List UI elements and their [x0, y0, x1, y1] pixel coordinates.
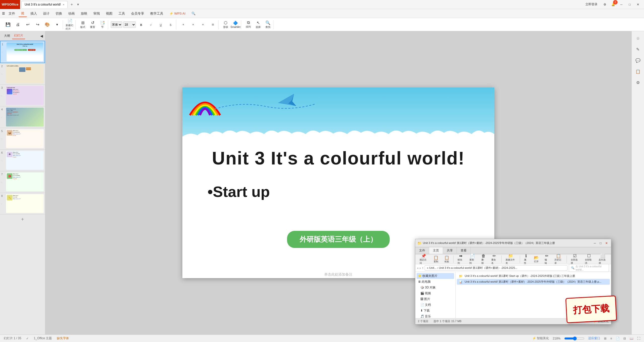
toolbar-arrange[interactable]: ⧉ 排列: [244, 20, 253, 29]
settings-btn[interactable]: ⚙: [601, 1, 608, 8]
menu-tools[interactable]: 工具: [116, 10, 128, 17]
status-fit-btn[interactable]: 适应窗口: [588, 336, 600, 340]
slide-badge-button[interactable]: 外研版英语三年级（上）: [287, 231, 390, 248]
menu-search[interactable]: 🔍: [189, 11, 198, 16]
add-slide-btn[interactable]: +: [0, 215, 45, 224]
toolbar-undo[interactable]: ↩: [23, 20, 32, 29]
menu-home[interactable]: 抢: [19, 10, 27, 17]
right-panel-settings[interactable]: ⚙: [633, 78, 642, 87]
toolbar-align-left[interactable]: ≡: [179, 20, 188, 29]
status-view-grid[interactable]: ⊟: [623, 337, 626, 340]
toolbar-find[interactable]: 🔍 查找: [263, 20, 272, 29]
status-ai[interactable]: ⚡ 智能美化: [532, 336, 549, 340]
status-view-outline[interactable]: ≡: [610, 337, 612, 340]
hamburger-menu[interactable]: ☰: [2, 12, 5, 15]
toolbar-redo[interactable]: ↪: [33, 20, 42, 29]
close-btn[interactable]: ✕: [634, 1, 641, 8]
maximize-btn[interactable]: □: [626, 1, 633, 8]
fe-tree-favorites[interactable]: ⭐ 收藏夹图片: [417, 273, 454, 279]
toolbar-reset[interactable]: ↺ 重置: [88, 20, 97, 29]
fe-tree-music[interactable]: 🎵 音乐: [417, 314, 454, 318]
slide-item-5[interactable]: 5 📦 What's this? It's a pencil box. What…: [0, 128, 45, 150]
fe-tree-pictures[interactable]: 🖼 图片: [417, 296, 454, 302]
fe-tree-video[interactable]: 🎬 视频: [417, 290, 454, 296]
fe-copy-btn[interactable]: 📋 复制: [431, 254, 441, 264]
fe-file-1[interactable]: 📁 Unit 3 It's a colourful world! 第1课时 St…: [457, 273, 610, 279]
zoom-slider[interactable]: [564, 336, 584, 340]
menu-switch[interactable]: 切换: [53, 10, 65, 17]
menu-slideshow[interactable]: 放映: [78, 10, 90, 17]
right-panel-edit[interactable]: ✎: [633, 45, 642, 54]
menu-review[interactable]: 审阅: [91, 10, 102, 17]
fe-search-box[interactable]: 🔍 在 Unit 3 It's a colourful world...: [569, 264, 609, 272]
slide-item-8[interactable]: 8 📏 What's this? It's a ruler. What colo…: [0, 193, 45, 215]
minimize-btn[interactable]: ─: [618, 1, 625, 8]
fe-copyto-btn[interactable]: 📄 复制到: [467, 252, 478, 266]
fe-history-btn[interactable]: 📋 历史记录: [552, 252, 565, 266]
toolbar-format[interactable]: 🎨: [43, 20, 52, 29]
fe-paste-btn[interactable]: 📋 粘贴: [442, 254, 452, 264]
menu-vip[interactable]: 会员专享: [129, 10, 147, 17]
tab-dropdown[interactable]: ▼: [76, 3, 79, 6]
toolbar-bold[interactable]: B: [137, 20, 146, 29]
status-view-normal[interactable]: ⊞: [604, 337, 607, 340]
slide-item-4[interactable]: 4 It's a colourful world colour n. 颜色 co…: [0, 106, 45, 128]
tab-close-btn[interactable]: ×: [63, 3, 64, 6]
sidebar-outline-btn[interactable]: 大纲: [2, 33, 12, 39]
slide-item-6[interactable]: 6 ☂ What's this? It's an umbrella. What …: [0, 150, 45, 171]
fe-delete-btn[interactable]: 🗑 删除: [479, 253, 488, 266]
toolbar-smartart[interactable]: 🔷 SmartArt: [231, 20, 240, 29]
notif-btn[interactable]: 🔔 2: [610, 1, 617, 8]
toolbar-shadow[interactable]: S: [166, 20, 175, 29]
fe-tree-3d[interactable]: 🎲 3D 对象: [417, 285, 454, 290]
font-size-select[interactable]: 18: [123, 21, 136, 28]
menu-teaching[interactable]: 教学工具: [148, 10, 166, 17]
sidebar-slides-btn[interactable]: 幻灯片: [12, 32, 25, 39]
fe-address-input[interactable]: « Unit... › Unit 3 It's a colourful worl…: [425, 265, 568, 271]
toolbar-shapes[interactable]: ⬡ 形状: [221, 20, 230, 29]
fe-up-btn[interactable]: ↑: [422, 266, 423, 270]
slide-item-3[interactable]: 3 Look and say. What's this? It's a Rain…: [0, 85, 45, 106]
fe-open-btn[interactable]: 📂 打开: [532, 254, 541, 264]
slide-main-title[interactable]: Unit 3 It's a colourful world!: [182, 148, 494, 168]
status-fullscreen[interactable]: ⛶: [637, 337, 640, 340]
fe-edit-btn[interactable]: ✏ 编辑: [542, 252, 551, 266]
fe-tab-share[interactable]: 共享: [443, 247, 457, 254]
new-tab-btn[interactable]: +: [68, 1, 75, 8]
status-view-reading[interactable]: 📖: [630, 337, 633, 340]
fe-maximize[interactable]: □: [598, 241, 603, 245]
fe-forward-btn[interactable]: ›: [420, 266, 421, 270]
fe-minimize[interactable]: ─: [592, 241, 597, 245]
slide-subtitle[interactable]: •Start up: [208, 183, 270, 200]
right-panel-star[interactable]: ☆: [633, 34, 642, 43]
fe-tree-downloads[interactable]: ⬇ 下载: [417, 308, 454, 314]
menu-animate[interactable]: 动画: [66, 10, 77, 17]
menu-insert[interactable]: 插入: [28, 10, 39, 17]
right-panel-copy[interactable]: 📋: [633, 67, 642, 76]
fe-tree-pc[interactable]: 🖥 此电脑: [417, 279, 454, 285]
toolbar-new-slide[interactable]: 📄 新建幻灯片: [65, 20, 74, 29]
status-theme-name[interactable]: 1_Office 主题: [34, 336, 52, 340]
menu-design[interactable]: 设计: [41, 10, 52, 17]
menu-view[interactable]: 视图: [103, 10, 115, 17]
toolbar-more[interactable]: ▼: [53, 20, 62, 29]
fe-move-btn[interactable]: ➡ 移动到: [455, 252, 466, 266]
status-font-warning[interactable]: 缺失字体: [57, 336, 69, 340]
fe-rename-btn[interactable]: ✏ 重命名: [489, 252, 500, 266]
fe-properties-btn[interactable]: ℹ 属性: [522, 252, 530, 266]
fe-pin-btn[interactable]: 📌 固定访问: [417, 252, 430, 266]
font-family-select[interactable]: 宋体: [111, 21, 122, 28]
fe-newfolder-btn[interactable]: 📁 新建文件夹: [503, 252, 518, 266]
download-badge[interactable]: 打包下载: [566, 295, 617, 323]
slide-item-2[interactable]: 2 Let's watch a video. ☆: [0, 63, 45, 85]
toolbar-layout[interactable]: ⊞ 版式: [78, 20, 87, 29]
fe-file-2[interactable]: 📊 Unit 3 It's a colourful world! 第1课时（课件…: [457, 279, 610, 285]
fe-tab-home[interactable]: 主页: [429, 247, 443, 254]
toolbar-columns[interactable]: ⊟: [208, 20, 217, 29]
toolbar-italic[interactable]: I: [146, 20, 155, 29]
slide-item-1[interactable]: 1 Unit 3 It's a colourful world! •Start …: [0, 41, 45, 63]
toolbar-print[interactable]: 🖨: [13, 20, 22, 29]
sidebar-collapse-btn[interactable]: ◀: [40, 34, 43, 38]
toolbar-save[interactable]: 💾: [4, 20, 13, 29]
menu-wpsai[interactable]: ⚡ WPS AI: [167, 11, 188, 16]
